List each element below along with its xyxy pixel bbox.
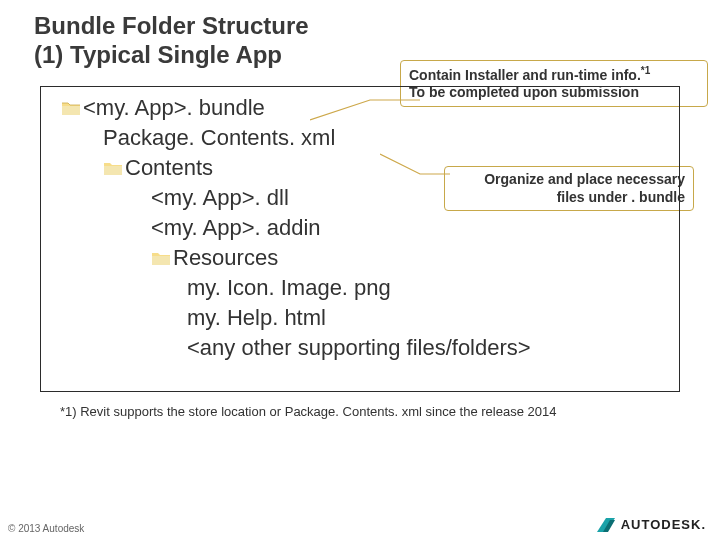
title-line-2: (1) Typical Single App [34,41,309,70]
callout-sup: *1 [641,65,650,76]
callout-line: Contain Installer and run-time info.*1 [409,65,699,84]
tree-label: Contents [125,155,213,181]
tree-row: Contents [51,153,669,183]
tree-row: Package. Contents. xml [51,123,669,153]
tree-row: my. Icon. Image. png [51,273,669,303]
folder-tree-box: <my. App>. bundle Package. Contents. xml… [40,86,680,392]
folder-icon [151,250,171,266]
title-line-1: Bundle Folder Structure [34,12,309,41]
slide-title: Bundle Folder Structure (1) Typical Sing… [34,12,309,70]
folder-icon [61,100,81,116]
tree-label: my. Icon. Image. png [187,275,391,301]
tree-label: <my. App>. bundle [83,95,265,121]
copyright: © 2013 Autodesk [8,523,84,534]
tree-row: <my. App>. bundle [51,93,669,123]
autodesk-logo-icon [597,518,615,532]
tree-label: Resources [173,245,278,271]
tree-label: Package. Contents. xml [103,125,335,151]
tree-row: <my. App>. addin [51,213,669,243]
tree-row: <any other supporting files/folders> [51,333,669,363]
tree-label: my. Help. html [187,305,326,331]
tree-label: <my. App>. dll [151,185,289,211]
tree-label: <my. App>. addin [151,215,321,241]
autodesk-logo: AUTODESK. [597,517,706,532]
callout-text: Contain Installer and run-time info. [409,67,641,83]
autodesk-logo-text: AUTODESK. [621,517,706,532]
tree-row: my. Help. html [51,303,669,333]
tree-row: <my. App>. dll [51,183,669,213]
folder-icon [103,160,123,176]
tree-row: Resources [51,243,669,273]
tree-label: <any other supporting files/folders> [187,335,531,361]
footnote: *1) Revit supports the store location or… [60,404,600,421]
